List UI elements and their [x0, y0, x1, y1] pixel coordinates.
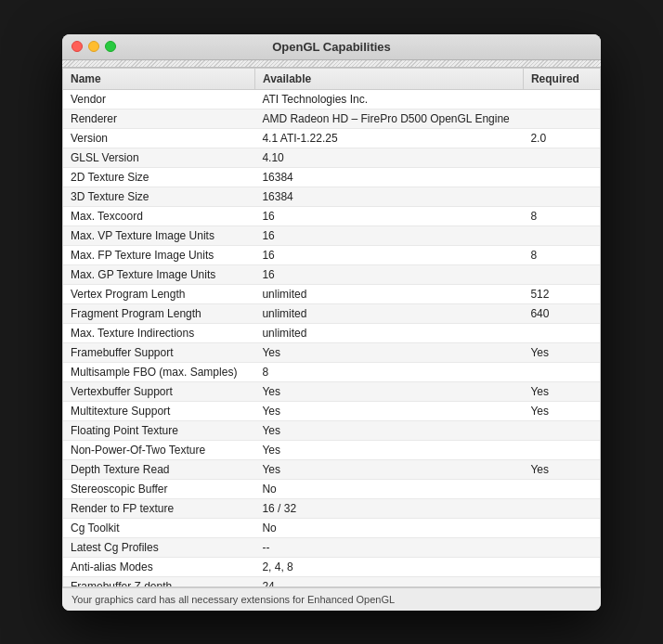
row-required — [523, 148, 600, 167]
table-row: Cg ToolkitNo — [63, 518, 600, 537]
table-row: Framebuffer Z depth24 — [63, 576, 600, 587]
table-row: Non-Power-Of-Two TextureYes — [63, 440, 600, 459]
table-row: Version4.1 ATI-1.22.252.0 — [63, 128, 600, 148]
row-required — [523, 479, 600, 498]
row-required: Yes — [523, 381, 600, 401]
row-available: 4.1 ATI-1.22.25 — [254, 128, 523, 148]
row-name: Stereoscopic Buffer — [63, 479, 254, 498]
row-name: Vendor — [63, 89, 254, 109]
row-required — [523, 518, 600, 537]
row-available: No — [254, 518, 523, 537]
row-available: 16384 — [254, 167, 523, 187]
row-required: Yes — [523, 342, 600, 362]
row-name: Render to FP texture — [63, 498, 254, 518]
maximize-button[interactable] — [105, 41, 116, 52]
row-available: 16 / 32 — [254, 498, 523, 518]
row-required — [523, 89, 600, 109]
table-row: Max. Texcoord168 — [63, 206, 600, 225]
window-title: OpenGL Capabilities — [272, 40, 391, 54]
close-button[interactable] — [72, 41, 83, 52]
row-name: 3D Texture Size — [63, 187, 254, 206]
row-name: Cg Toolkit — [63, 518, 254, 537]
row-name: Version — [63, 128, 254, 148]
row-name: Depth Texture Read — [63, 459, 254, 479]
row-available: AMD Radeon HD – FirePro D500 OpenGL Engi… — [254, 109, 523, 128]
row-name: Fragment Program Length — [63, 303, 254, 323]
col-header-available: Available — [254, 69, 523, 90]
row-name: 2D Texture Size — [63, 167, 254, 187]
table-row: Vertexbuffer SupportYesYes — [63, 381, 600, 401]
row-available: Yes — [254, 459, 523, 479]
row-name: Max. Texture Indirections — [63, 323, 254, 342]
table-row: Max. FP Texture Image Units168 — [63, 245, 600, 264]
row-name: Framebuffer Z depth — [63, 576, 254, 587]
minimize-button[interactable] — [88, 41, 99, 52]
col-header-name: Name — [63, 69, 254, 90]
table-row: VendorATI Technologies Inc. — [63, 89, 600, 109]
row-name: Max. VP Texture Image Units — [63, 225, 254, 245]
row-available: 16 — [254, 206, 523, 225]
row-name: Max. GP Texture Image Units — [63, 264, 254, 284]
col-header-required: Required — [523, 69, 600, 90]
table-row: Vertex Program Lengthunlimited512 — [63, 284, 600, 303]
opengl-capabilities-window: OpenGL Capabilities Name Available Requi… — [62, 34, 601, 611]
row-name: Non-Power-Of-Two Texture — [63, 440, 254, 459]
row-required — [523, 498, 600, 518]
row-name: Max. FP Texture Image Units — [63, 245, 254, 264]
row-available: unlimited — [254, 323, 523, 342]
row-name: Vertexbuffer Support — [63, 381, 254, 401]
table-row: Floating Point TextureYes — [63, 420, 600, 440]
traffic-lights — [72, 41, 116, 52]
table-row: Max. GP Texture Image Units16 — [63, 264, 600, 284]
row-name: Floating Point Texture — [63, 420, 254, 440]
table-row: Render to FP texture16 / 32 — [63, 498, 600, 518]
capabilities-table: Name Available Required VendorATI Techno… — [63, 69, 600, 587]
row-name: Framebuffer Support — [63, 342, 254, 362]
row-available: unlimited — [254, 303, 523, 323]
row-available: Yes — [254, 420, 523, 440]
row-name: Anti-alias Modes — [63, 557, 254, 576]
row-available: 24 — [254, 576, 523, 587]
row-required — [523, 420, 600, 440]
row-required: 2.0 — [523, 128, 600, 148]
row-name: Latest Cg Profiles — [63, 537, 254, 557]
row-available: ATI Technologies Inc. — [254, 89, 523, 109]
row-available: Yes — [254, 381, 523, 401]
table-row: 3D Texture Size16384 — [63, 187, 600, 206]
row-required — [523, 362, 600, 381]
table-header-row: Name Available Required — [63, 69, 600, 90]
row-required — [523, 167, 600, 187]
row-available: 16 — [254, 225, 523, 245]
resize-handle — [62, 60, 601, 68]
table-row: Fragment Program Lengthunlimited640 — [63, 303, 600, 323]
capabilities-table-container[interactable]: Name Available Required VendorATI Techno… — [62, 68, 601, 587]
row-name: Vertex Program Length — [63, 284, 254, 303]
row-required — [523, 187, 600, 206]
row-name: Max. Texcoord — [63, 206, 254, 225]
row-required — [523, 440, 600, 459]
table-row: Max. Texture Indirectionsunlimited — [63, 323, 600, 342]
table-row: GLSL Version4.10 — [63, 148, 600, 167]
row-required: 8 — [523, 206, 600, 225]
row-available: unlimited — [254, 284, 523, 303]
titlebar: OpenGL Capabilities — [62, 34, 601, 60]
table-row: RendererAMD Radeon HD – FirePro D500 Ope… — [63, 109, 600, 128]
row-required — [523, 225, 600, 245]
table-row: Multitexture SupportYesYes — [63, 401, 600, 420]
table-row: Multisample FBO (max. Samples)8 — [63, 362, 600, 381]
row-available: Yes — [254, 401, 523, 420]
row-available: 8 — [254, 362, 523, 381]
row-name: Multitexture Support — [63, 401, 254, 420]
row-required: 8 — [523, 245, 600, 264]
row-available: 16 — [254, 245, 523, 264]
table-row: Framebuffer SupportYesYes — [63, 342, 600, 362]
row-name: Multisample FBO (max. Samples) — [63, 362, 254, 381]
row-required — [523, 264, 600, 284]
row-required: 640 — [523, 303, 600, 323]
row-available: No — [254, 479, 523, 498]
row-name: GLSL Version — [63, 148, 254, 167]
row-available: 4.10 — [254, 148, 523, 167]
row-required — [523, 576, 600, 587]
table-row: Latest Cg Profiles-- — [63, 537, 600, 557]
row-available: 16 — [254, 264, 523, 284]
